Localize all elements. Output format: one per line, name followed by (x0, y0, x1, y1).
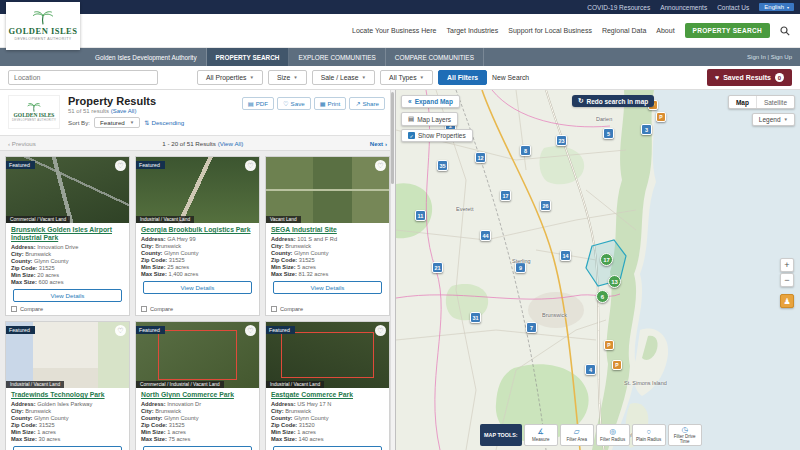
all-types-filter[interactable]: All Types▼ (380, 70, 433, 85)
nav-target-industries[interactable]: Target Industries (447, 27, 499, 34)
zoom-out-button[interactable]: − (780, 273, 794, 287)
zoom-in-button[interactable]: + (780, 258, 794, 272)
nav-support-local-business[interactable]: Support for Local Business (508, 27, 592, 34)
redo-search-button[interactable]: ↻Redo search in map (572, 95, 654, 107)
new-search-button[interactable]: New Search (492, 74, 529, 81)
property-photo[interactable]: Featured ♡ Industrial / Vacant Land (6, 322, 129, 388)
sort-direction-toggle[interactable]: ⇅Descending (144, 119, 184, 126)
compare-toggle[interactable]: Compare (141, 306, 254, 312)
view-details-button[interactable]: View Details (143, 446, 252, 450)
map-marker[interactable]: 4 (585, 364, 596, 375)
map-marker[interactable]: 23 (556, 135, 567, 146)
nav-item-compare-communities[interactable]: COMPARE COMMUNITIES (386, 48, 484, 66)
map-marker[interactable]: 3 (641, 124, 652, 135)
view-details-button[interactable]: View Details (273, 281, 382, 294)
favorite-button[interactable]: ♡ (115, 325, 126, 336)
nav-locate-business[interactable]: Locate Your Business Here (352, 27, 436, 34)
map-marker[interactable]: 8 (520, 145, 531, 156)
save-button[interactable]: ♡Save (277, 97, 311, 110)
map-marker[interactable]: 44 (480, 230, 491, 241)
view-details-button[interactable]: View Details (143, 281, 252, 294)
site-logo[interactable]: GOLDEN ISLES DEVELOPMENT AUTHORITY (6, 2, 80, 50)
map-marker[interactable]: 5 (603, 128, 614, 139)
pdf-button[interactable]: ▤PDF (242, 97, 274, 110)
contact-us-link[interactable]: Contact Us (717, 4, 749, 11)
show-properties-toggle[interactable]: ✓Show Properties (401, 129, 473, 142)
map-marker[interactable]: 6 (596, 290, 609, 303)
scrollbar-thumb[interactable] (391, 92, 394, 184)
language-selector[interactable]: English▾ (759, 3, 794, 11)
compare-checkbox[interactable] (11, 306, 17, 312)
map-marker[interactable]: 12 (475, 152, 486, 163)
property-title-link[interactable]: Brunswick Golden Isles Airport Industria… (11, 226, 124, 242)
announcements-link[interactable]: Announcements (660, 4, 707, 11)
drive-time-tool-button[interactable]: ◷Filter Drive Time (668, 424, 702, 447)
filter-area-tool-button[interactable]: ▱Filter Area (560, 424, 594, 447)
expand-map-button[interactable]: «Expand Map (401, 95, 460, 108)
street-view-pegman[interactable]: ♟ (780, 294, 794, 308)
map-marker[interactable]: 13 (608, 275, 621, 288)
nav-regional-data[interactable]: Regional Data (602, 27, 646, 34)
results-scrollbar[interactable] (390, 90, 395, 450)
nav-item-property-search[interactable]: PROPERTY SEARCH (207, 48, 290, 66)
map-marker[interactable]: 17 (600, 253, 613, 266)
property-title-link[interactable]: North Glynn Commerce Park (141, 391, 254, 399)
print-button[interactable]: ▦Print (314, 97, 347, 110)
map-marker[interactable]: 26 (540, 200, 551, 211)
map-marker[interactable]: P (604, 340, 614, 350)
view-all-link[interactable]: (View All) (218, 140, 244, 147)
account-links[interactable]: Sign In | Sign Up (747, 48, 792, 66)
map-marker[interactable]: 21 (432, 262, 443, 273)
map-type-satellite[interactable]: Satellite (756, 96, 794, 108)
compare-toggle[interactable]: Compare (271, 306, 384, 312)
view-details-button[interactable]: View Details (273, 446, 382, 450)
map-marker[interactable]: 7 (526, 322, 537, 333)
property-title-link[interactable]: Tradewinds Technology Park (11, 391, 124, 399)
location-input[interactable] (8, 70, 158, 85)
property-search-button[interactable]: PROPERTY SEARCH (685, 23, 770, 38)
favorite-button[interactable]: ♡ (115, 160, 126, 171)
map[interactable]: 2351282353PP1117264421914171363174PPDari… (396, 90, 800, 450)
property-title-link[interactable]: Eastgate Commerce Park (271, 391, 384, 399)
map-marker[interactable]: 17 (500, 190, 511, 201)
favorite-button[interactable]: ♡ (245, 160, 256, 171)
legend-button[interactable]: Legend▼ (752, 113, 795, 126)
sale-lease-filter[interactable]: Sale / Lease▼ (312, 70, 375, 85)
save-all-link[interactable]: (Save All) (111, 108, 137, 114)
map-marker[interactable]: P (612, 360, 622, 370)
property-photo[interactable]: Featured ♡ Industrial / Vacant Land (266, 322, 389, 388)
nav-item-explore-communities[interactable]: EXPLORE COMMUNITIES (289, 48, 385, 66)
map-type-map[interactable]: Map (729, 96, 756, 108)
favorite-button[interactable]: ♡ (375, 160, 386, 171)
search-icon[interactable] (780, 26, 790, 36)
nav-about[interactable]: About (656, 27, 674, 34)
map-marker[interactable]: 31 (470, 312, 481, 323)
compare-checkbox[interactable] (271, 306, 277, 312)
property-title-link[interactable]: Georgia Brookbulk Logistics Park (141, 226, 254, 234)
favorite-button[interactable]: ♡ (245, 325, 256, 336)
previous-page-button[interactable]: ‹ Previous (8, 140, 36, 147)
nav-item-authority[interactable]: Golden Isles Development Authority (86, 48, 207, 66)
measure-tool-button[interactable]: ∡Measure (524, 424, 558, 447)
compare-toggle[interactable]: Compare (11, 306, 124, 312)
covid-resources-link[interactable]: COVID-19 Resources (587, 4, 650, 11)
map-marker[interactable]: 14 (560, 250, 571, 261)
view-details-button[interactable]: View Details (13, 446, 122, 450)
compare-checkbox[interactable] (141, 306, 147, 312)
map-marker[interactable]: P (656, 112, 666, 122)
filter-radius-tool-button[interactable]: ◎Filter Radius (596, 424, 630, 447)
all-properties-filter[interactable]: All Properties▼ (197, 70, 263, 85)
share-button[interactable]: ↗Share (349, 97, 385, 110)
property-photo[interactable]: Featured ♡ Vacant Land (266, 157, 389, 223)
view-details-button[interactable]: View Details (13, 289, 122, 302)
property-title-link[interactable]: SEGA Industrial Site (271, 226, 384, 234)
favorite-button[interactable]: ♡ (375, 325, 386, 336)
map-marker[interactable]: 11 (415, 210, 426, 221)
map-marker[interactable]: 35 (437, 160, 448, 171)
sort-select[interactable]: Featured▼ (94, 117, 140, 128)
property-photo[interactable]: Featured ♡ Commercial / Vacant Land (6, 157, 129, 223)
property-photo[interactable]: Featured ♡ Industrial / Vacant Land (136, 157, 259, 223)
property-photo[interactable]: Featured ♡ Commercial / Industrial / Vac… (136, 322, 259, 388)
plain-radius-tool-button[interactable]: ○Plain Radius (632, 424, 666, 447)
next-page-button[interactable]: Next › (370, 140, 387, 147)
